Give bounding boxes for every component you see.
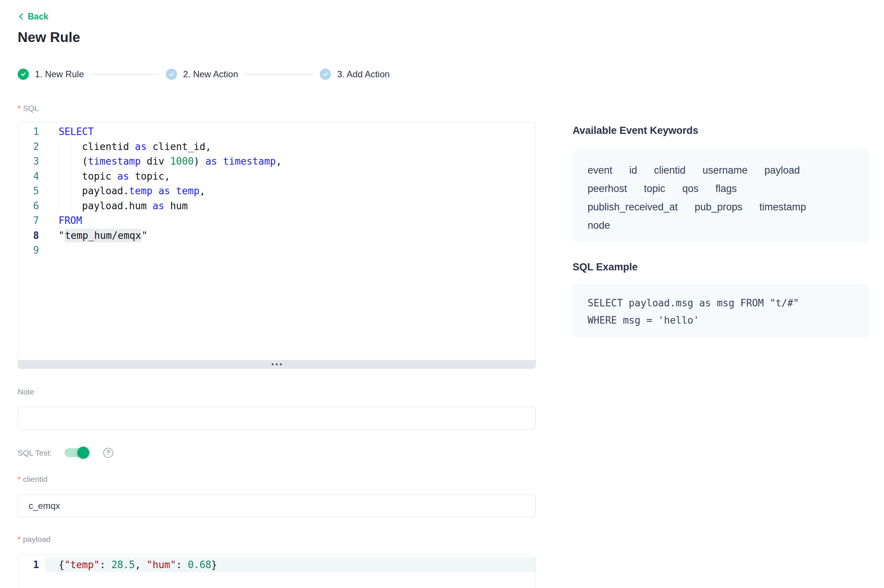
code-line[interactable]: 8"temp_hum/emqx" (18, 228, 535, 243)
check-icon (18, 69, 29, 80)
line-number: 4 (18, 169, 45, 184)
event-keyword: peerhost (588, 183, 627, 194)
sql-test-row: SQL Test: ? (18, 447, 536, 459)
main-column: Back New Rule 1. New Rule 2. New Action … (18, 0, 536, 588)
code-line[interactable]: 3 (timestamp div 1000) as timestamp, (18, 154, 535, 169)
code-line[interactable]: 4 topic as topic, (18, 169, 535, 184)
line-number: 8 (18, 228, 45, 243)
step-label: 2. New Action (183, 69, 238, 80)
code-line[interactable]: 5 payload.temp as temp, (18, 184, 535, 199)
line-number: 9 (18, 243, 45, 258)
event-keyword: clientid (654, 165, 686, 176)
payload-label: * payload (18, 534, 536, 544)
line-number: 6 (18, 199, 45, 214)
event-keyword: event (588, 165, 612, 176)
code-line[interactable]: 1{"temp": 28.5, "hum": 0.68} (18, 557, 535, 572)
indent-guide (71, 154, 71, 169)
step-3-add-action[interactable]: 3. Add Action (320, 69, 389, 80)
step-2-new-action[interactable]: 2. New Action (166, 69, 238, 80)
line-number: 3 (18, 154, 45, 169)
indent-guide (71, 184, 71, 199)
line-number: 7 (18, 213, 45, 228)
required-asterisk: * (18, 534, 21, 544)
note-label: Note (18, 387, 536, 396)
required-asterisk: * (18, 104, 21, 113)
code-line[interactable]: 1SELECT (18, 124, 535, 140)
code-line[interactable]: 9 (18, 243, 535, 258)
check-icon (320, 69, 331, 80)
ellipsis-icon (272, 363, 282, 365)
line-number: 1 (18, 557, 45, 572)
step-connector (245, 74, 313, 75)
line-number: 1 (18, 124, 45, 140)
sql-example-code: WHERE msg = 'hello' (588, 312, 858, 329)
event-keyword: pub_props (695, 202, 743, 212)
step-1-new-rule[interactable]: 1. New Rule (18, 69, 84, 80)
check-icon (166, 69, 177, 80)
indent-guide (58, 169, 58, 184)
event-keyword: id (629, 165, 637, 176)
sql-example-code: SELECT payload.msg as msg FROM "t/#" (588, 294, 858, 312)
back-button[interactable]: Back (18, 12, 48, 21)
indent-guide (71, 169, 71, 184)
indent-guide (58, 199, 58, 214)
keywords-title: Available Event Keywords (573, 125, 870, 136)
event-keyword: publish_received_at (588, 202, 678, 212)
event-keyword: payload (764, 165, 800, 176)
question-mark-icon[interactable]: ? (103, 448, 113, 458)
event-keyword: topic (644, 183, 665, 194)
toggle-knob (77, 447, 89, 459)
payload-editor[interactable]: 1{"temp": 28.5, "hum": 0.68} (18, 555, 536, 588)
sql-code-area[interactable]: 1SELECT2 clientid as client_id,3 (timest… (18, 122, 535, 360)
back-label: Back (28, 12, 48, 22)
code-line[interactable]: 2 clientid as client_id, (18, 140, 535, 154)
wizard-stepper: 1. New Rule 2. New Action 3. Add Action (18, 69, 536, 80)
step-label: 1. New Rule (35, 69, 84, 80)
step-label: 3. Add Action (337, 69, 389, 80)
event-keyword: flags (716, 183, 737, 194)
note-input[interactable] (18, 407, 536, 429)
line-number: 5 (18, 184, 45, 199)
page-title: New Rule (18, 30, 536, 45)
required-asterisk: * (18, 474, 21, 484)
help-panel: Available Event Keywords eventidclientid… (573, 125, 870, 338)
indent-guide (71, 199, 71, 214)
payload-code-area[interactable]: 1{"temp": 28.5, "hum": 0.68} (18, 555, 535, 572)
indent-guide (58, 154, 58, 169)
sql-test-toggle[interactable] (65, 448, 89, 457)
sql-test-label: SQL Test: (18, 448, 52, 458)
code-line[interactable]: 7FROM (18, 213, 535, 228)
indent-guide (71, 140, 71, 154)
step-connector (91, 74, 159, 75)
line-number: 2 (18, 140, 45, 154)
clientid-label: * clientid (18, 474, 536, 484)
event-keyword: username (702, 165, 747, 176)
editor-resize-handle[interactable] (18, 360, 535, 369)
code-line[interactable]: 6 payload.hum as hum (18, 199, 535, 214)
chevron-left-icon (18, 13, 24, 20)
example-title: SQL Example (573, 261, 870, 273)
sql-example-card: SELECT payload.msg as msg FROM "t/#" WHE… (573, 284, 870, 338)
event-keyword: timestamp (759, 202, 806, 212)
sql-editor[interactable]: 1SELECT2 clientid as client_id,3 (timest… (18, 122, 536, 369)
event-keyword: node (588, 220, 610, 231)
clientid-input[interactable] (18, 495, 536, 517)
indent-guide (58, 184, 58, 199)
sql-label: * SQL (18, 104, 536, 113)
keywords-card: eventidclientidusernamepayloadpeerhostto… (573, 149, 870, 243)
event-keyword: qos (682, 183, 699, 194)
indent-guide (58, 140, 58, 154)
